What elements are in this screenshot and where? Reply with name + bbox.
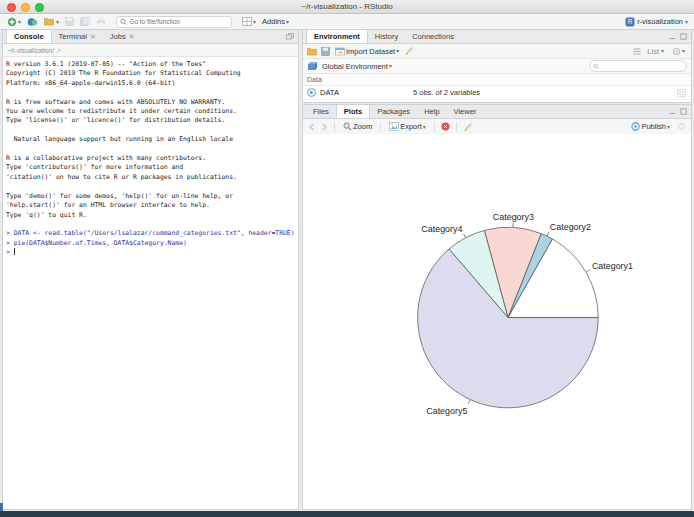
global-environment-icon	[307, 61, 317, 71]
console-line: Type 'contributors()' for more informati…	[6, 163, 298, 172]
goto-file-search[interactable]	[116, 16, 232, 28]
console-line: R version 3.6.1 (2019-07-05) -- "Action …	[6, 60, 298, 69]
save-all-icon	[80, 17, 90, 26]
close-window-icon[interactable]	[7, 3, 16, 12]
previous-plot-icon[interactable]	[308, 123, 316, 131]
close-icon[interactable]: ✕	[129, 33, 135, 41]
import-dataset-icon	[335, 47, 345, 56]
tab-jobs[interactable]: Jobs ✕	[103, 30, 142, 43]
tab-label: Jobs	[110, 32, 126, 41]
console-line	[6, 88, 298, 97]
chevron-down-icon: ▾	[389, 63, 392, 69]
environment-scope-button[interactable]: Global Environment ▾	[320, 60, 394, 72]
plots-tabbar: Files Plots Packages Help Viewer	[303, 105, 691, 119]
print-button[interactable]	[94, 16, 108, 28]
load-workspace-icon[interactable]	[307, 47, 318, 56]
next-plot-icon[interactable]	[320, 123, 328, 131]
environment-search[interactable]	[589, 60, 687, 72]
console-line: Natural language support but running in …	[6, 135, 298, 144]
project-menu-button[interactable]: R r-visualization ▾	[625, 17, 688, 27]
addins-button[interactable]: Addins ▾	[260, 16, 291, 28]
refresh-environment-button[interactable]: ▾	[670, 45, 687, 57]
console-pathbar: ~/r-visualization/ ↗	[3, 44, 298, 57]
new-file-button[interactable]: ▾	[5, 16, 23, 28]
tab-packages[interactable]: Packages	[370, 105, 417, 118]
external-link-icon[interactable]: ↗	[56, 47, 61, 54]
tab-files[interactable]: Files	[306, 105, 336, 118]
open-folder-icon	[44, 17, 55, 26]
zoom-window-icon[interactable]	[35, 3, 44, 12]
console-line: 'help.start()' for an HTML browser inter…	[6, 201, 298, 210]
view-table-icon[interactable]	[677, 89, 686, 97]
tab-console[interactable]: Console	[6, 30, 52, 43]
remove-plot-icon[interactable]	[441, 122, 450, 131]
console-output[interactable]: R version 3.6.1 (2019-07-05) -- "Action …	[3, 57, 298, 258]
tab-help[interactable]: Help	[417, 105, 446, 118]
console-line: > pie(DATA$Number.of.Times, DATA$Categor…	[6, 239, 298, 248]
console-line: Platform: x86_64-apple-darwin15.6.0 (64-…	[6, 79, 298, 88]
tab-terminal[interactable]: Terminal ✕	[52, 30, 103, 43]
minimize-pane-icon[interactable]	[669, 108, 676, 115]
export-icon	[389, 122, 399, 131]
import-dataset-button[interactable]: Import Dataset ▾	[333, 45, 401, 57]
pie-label-tick	[468, 400, 470, 404]
clear-all-plots-icon[interactable]	[463, 122, 473, 132]
close-icon[interactable]: ✕	[90, 33, 96, 41]
chevron-down-icon: ▾	[18, 19, 21, 25]
environment-object-row[interactable]: DATA 5 obs. of 2 variables	[303, 86, 691, 100]
maximize-pane-icon[interactable]	[286, 33, 294, 40]
save-button[interactable]	[63, 16, 76, 28]
minimize-window-icon[interactable]	[21, 3, 30, 12]
expand-object-icon[interactable]	[307, 88, 316, 97]
search-icon	[593, 63, 599, 70]
chevron-down-icon: ▾	[423, 124, 426, 130]
traffic-lights	[7, 3, 44, 12]
pie-label-category1: Category1	[592, 261, 633, 271]
environment-tabbar: Environment History Connections	[303, 30, 691, 44]
console-line: Copyright (C) 2019 The R Foundation for …	[6, 69, 298, 78]
working-directory-label: ~/r-visualization/	[7, 47, 54, 54]
save-all-button[interactable]	[78, 16, 92, 28]
open-file-button[interactable]: ▾	[42, 16, 61, 28]
clear-objects-icon[interactable]	[404, 46, 414, 56]
tab-history[interactable]: History	[368, 30, 405, 43]
chevron-down-icon: ▾	[286, 19, 289, 25]
maximize-pane-icon[interactable]	[680, 108, 687, 115]
console-line	[6, 220, 298, 229]
tab-environment[interactable]: Environment	[306, 30, 368, 43]
chevron-down-icon: ▾	[253, 19, 256, 25]
console-line: You are welcome to redistribute it under…	[6, 107, 298, 116]
tab-viewer[interactable]: Viewer	[447, 105, 484, 118]
zoom-plot-button[interactable]: Zoom	[341, 121, 374, 133]
tab-label: Terminal	[59, 32, 87, 41]
environment-scope-label: Global Environment	[322, 62, 388, 71]
pie-label-tick	[464, 234, 466, 238]
new-project-button[interactable]	[25, 16, 40, 28]
export-plot-button[interactable]: Export ▾	[387, 121, 428, 133]
pie-chart: Category1Category2Category3Category4Cate…	[303, 134, 691, 509]
console-line: > DATA <- read.table("/Users/lsalazar/co…	[6, 229, 298, 238]
tab-label: History	[375, 32, 398, 41]
publish-label: Publish	[641, 122, 666, 131]
tab-plots[interactable]: Plots	[336, 105, 370, 118]
console-line: Type 'demo()' for some demos, 'help()' f…	[6, 192, 298, 201]
refresh-icon[interactable]	[677, 122, 686, 131]
tab-connections[interactable]: Connections	[405, 30, 461, 43]
tab-label: Packages	[377, 107, 410, 116]
list-view-button[interactable]: List ▾	[645, 45, 666, 57]
console-line: Type 'q()' to quit R.	[6, 211, 298, 220]
console-line	[6, 126, 298, 135]
zoom-icon	[343, 122, 352, 131]
minimize-pane-icon[interactable]	[669, 33, 676, 40]
goto-file-input[interactable]	[129, 18, 228, 25]
environment-panel: Environment History Connections Import D…	[302, 29, 692, 103]
plots-panel: Files Plots Packages Help Viewer Zoom	[302, 104, 692, 510]
environment-scope-bar: Global Environment ▾	[303, 59, 691, 74]
environment-search-input[interactable]	[601, 63, 683, 70]
save-workspace-icon[interactable]	[321, 47, 330, 56]
maximize-pane-icon[interactable]	[680, 33, 687, 40]
publish-plot-button[interactable]: Publish ▾	[629, 121, 672, 133]
console-line: R is free software and comes with ABSOLU…	[6, 98, 298, 107]
console-panel: Console Terminal ✕ Jobs ✕ ~/r-visualizat…	[2, 29, 299, 510]
pane-layout-button[interactable]: ▾	[240, 16, 258, 28]
